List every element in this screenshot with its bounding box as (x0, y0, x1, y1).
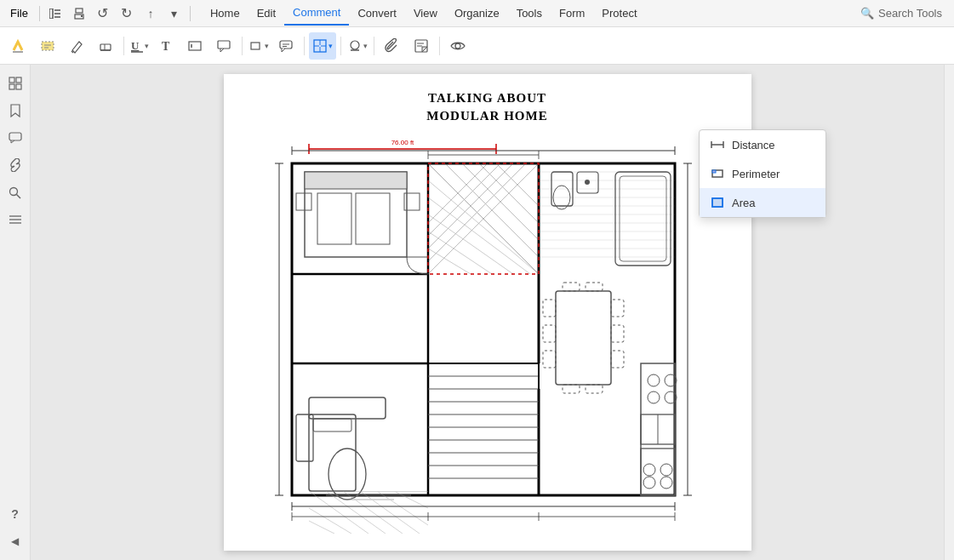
svg-rect-12 (100, 44, 111, 50)
highlight-btn[interactable] (5, 32, 32, 60)
dropdown-distance-label: Distance (732, 139, 775, 151)
title-line2: MODULAR HOME (224, 107, 751, 125)
svg-rect-116 (563, 283, 580, 291)
page-thumbnails-icon[interactable] (3, 71, 27, 95)
floor-plan-svg: 76.00 ft (258, 125, 717, 534)
svg-line-74 (428, 180, 539, 274)
show-btn[interactable] (444, 32, 471, 60)
svg-rect-118 (563, 385, 580, 393)
svg-point-128 (643, 464, 655, 476)
redo-btn[interactable]: ↻ (116, 3, 138, 25)
document-area[interactable]: TALKING ABOUT MODULAR HOME 76.00 ft (31, 65, 944, 560)
stamp-group[interactable]: ▾ (346, 32, 369, 60)
svg-line-143 (360, 491, 420, 534)
menu-edit[interactable]: Edit (248, 2, 284, 26)
underline-group[interactable]: U ▾ (129, 32, 151, 60)
panel-toggle-btn[interactable] (44, 3, 66, 25)
right-panel (944, 65, 954, 560)
menu-organize[interactable]: Organize (446, 2, 508, 26)
svg-rect-87 (305, 172, 407, 189)
search-panel-icon[interactable] (3, 180, 27, 204)
links-panel-icon[interactable] (3, 153, 27, 177)
svg-point-131 (660, 477, 672, 489)
svg-point-35 (455, 43, 460, 49)
distance-icon (710, 137, 725, 152)
svg-point-30 (351, 41, 359, 49)
dropdown-area[interactable]: Area (700, 188, 825, 217)
callout-btn[interactable] (210, 32, 237, 60)
svg-rect-21 (251, 43, 260, 49)
comment-btn[interactable] (272, 32, 300, 60)
svg-point-134 (328, 449, 366, 500)
menu-home[interactable]: Home (202, 2, 248, 26)
dropdown-perimeter-label: Perimeter (732, 168, 780, 180)
help-sidebar-icon[interactable]: ? (3, 502, 27, 526)
menu-tools[interactable]: Tools (508, 2, 551, 26)
svg-rect-115 (611, 351, 624, 368)
svg-rect-90 (296, 193, 311, 210)
share-btn[interactable]: ↑ (140, 3, 162, 25)
svg-rect-133 (313, 419, 351, 431)
text-box-btn[interactable] (181, 32, 209, 60)
more-btn[interactable]: ▾ (163, 3, 186, 25)
menu-sep-1 (39, 6, 40, 21)
svg-rect-40 (9, 133, 21, 140)
svg-rect-97 (615, 172, 671, 266)
menu-bar: File ↺ ↻ ↑ ▾ Home Edit Comment Convert V… (0, 0, 954, 27)
menu-convert[interactable]: Convert (349, 2, 405, 26)
search-tools-label: Search Tools (878, 7, 942, 20)
svg-rect-176 (712, 170, 716, 173)
svg-rect-0 (49, 9, 53, 19)
area-highlight-btn[interactable] (34, 32, 61, 60)
pencil-btn[interactable] (63, 32, 90, 60)
svg-point-123 (648, 391, 660, 403)
undo-btn[interactable]: ↺ (92, 3, 114, 25)
menu-view[interactable]: View (405, 2, 446, 26)
search-tools-btn[interactable]: 🔍 Search Tools (852, 7, 951, 20)
dropdown-perimeter[interactable]: Perimeter (700, 159, 825, 188)
svg-text:U: U (131, 39, 140, 52)
svg-text:76.00 ft: 76.00 ft (391, 139, 414, 146)
menu-protect[interactable]: Protect (593, 2, 645, 26)
dropdown-distance[interactable]: Distance (700, 130, 825, 159)
bookmark-panel-icon[interactable] (3, 99, 27, 123)
svg-rect-8 (42, 42, 54, 50)
eraser-btn[interactable] (92, 32, 119, 60)
svg-rect-88 (317, 193, 351, 244)
measure-btn[interactable]: ▾ (309, 32, 336, 60)
tb-sep-4 (340, 37, 341, 55)
main-area: ? ◀ TALKING ABOUT MODULAR HOME 76.00 ft (0, 65, 954, 560)
svg-rect-37 (16, 77, 21, 83)
svg-rect-39 (16, 84, 21, 89)
print-btn[interactable] (68, 3, 90, 25)
svg-rect-114 (611, 325, 624, 342)
shapes-group[interactable]: ▾ (247, 32, 271, 60)
sticky-note-btn[interactable] (408, 32, 435, 60)
menu-sep-2 (190, 6, 191, 21)
layers-panel-icon[interactable] (3, 208, 27, 231)
menu-comment[interactable]: Comment (284, 2, 349, 26)
svg-rect-136 (309, 397, 386, 419)
svg-point-130 (643, 477, 655, 489)
svg-rect-113 (611, 300, 624, 317)
svg-rect-110 (543, 300, 556, 317)
comments-panel-icon[interactable] (3, 126, 27, 150)
menu-items: Home Edit Comment Convert View Organize … (202, 2, 646, 26)
svg-point-41 (10, 187, 18, 195)
perimeter-icon (710, 166, 725, 181)
tb-sep-6 (439, 37, 440, 55)
title-line1: TALKING ABOUT (224, 89, 751, 107)
svg-rect-5 (76, 9, 83, 13)
collapse-sidebar-btn[interactable]: ◀ (3, 529, 27, 553)
tb-sep-1 (123, 37, 124, 55)
svg-rect-177 (712, 198, 723, 207)
text-btn[interactable]: T (152, 32, 180, 60)
file-label[interactable]: File (10, 7, 28, 20)
svg-rect-99 (428, 363, 539, 495)
svg-rect-127 (641, 449, 675, 495)
page-title: TALKING ABOUT MODULAR HOME (224, 89, 751, 125)
svg-rect-20 (218, 41, 230, 49)
file-menu[interactable]: File (3, 0, 35, 26)
menu-form[interactable]: Form (551, 2, 593, 26)
attach-btn[interactable] (379, 32, 406, 60)
